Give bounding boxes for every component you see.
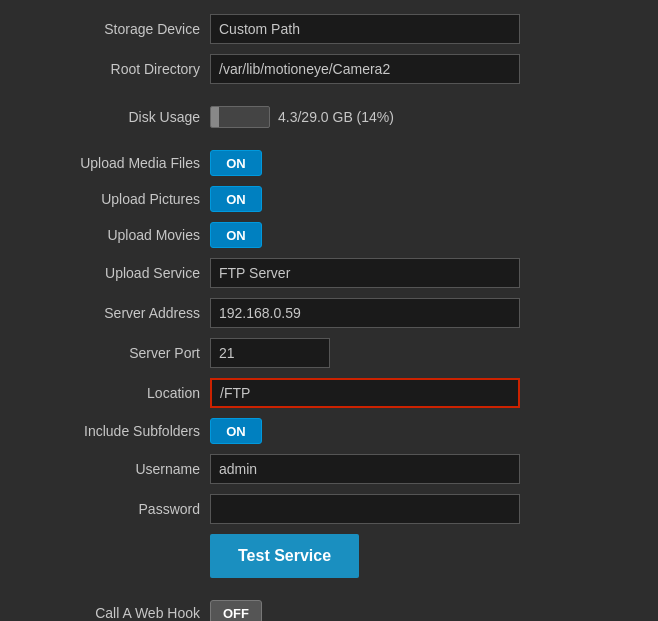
upload-pictures-label: Upload Pictures bbox=[10, 191, 210, 207]
upload-movies-toggle[interactable]: ON bbox=[210, 222, 262, 248]
test-service-button[interactable]: Test Service bbox=[210, 534, 359, 578]
password-input[interactable] bbox=[210, 494, 520, 524]
call-web-hook-toggle[interactable]: OFF bbox=[210, 600, 262, 621]
upload-movies-label: Upload Movies bbox=[10, 227, 210, 243]
disk-usage-container: 4.3/29.0 GB (14%) bbox=[210, 106, 394, 128]
location-input[interactable] bbox=[210, 378, 520, 408]
upload-pictures-row: Upload Pictures ON bbox=[0, 184, 658, 214]
call-web-hook-row: Call A Web Hook OFF bbox=[0, 598, 658, 621]
include-subfolders-label: Include Subfolders bbox=[10, 423, 210, 439]
username-row: Username bbox=[0, 452, 658, 486]
disk-bar-fill bbox=[211, 107, 219, 127]
upload-movies-row: Upload Movies ON bbox=[0, 220, 658, 250]
server-port-label: Server Port bbox=[10, 345, 210, 361]
username-label: Username bbox=[10, 461, 210, 477]
upload-movies-state: ON bbox=[226, 228, 246, 243]
location-label: Location bbox=[10, 385, 210, 401]
include-subfolders-state: ON bbox=[226, 424, 246, 439]
server-address-row: Server Address bbox=[0, 296, 658, 330]
username-input[interactable] bbox=[210, 454, 520, 484]
disk-usage-text: 4.3/29.0 GB (14%) bbox=[278, 109, 394, 125]
upload-pictures-state: ON bbox=[226, 192, 246, 207]
storage-device-label: Storage Device bbox=[10, 21, 210, 37]
upload-service-label: Upload Service bbox=[10, 265, 210, 281]
storage-device-row: Storage Device bbox=[0, 12, 658, 46]
test-service-row: Test Service bbox=[0, 532, 658, 580]
root-directory-label: Root Directory bbox=[10, 61, 210, 77]
server-port-input[interactable] bbox=[210, 338, 330, 368]
upload-pictures-toggle[interactable]: ON bbox=[210, 186, 262, 212]
upload-service-input[interactable] bbox=[210, 258, 520, 288]
server-address-input[interactable] bbox=[210, 298, 520, 328]
root-directory-row: Root Directory bbox=[0, 52, 658, 86]
upload-media-files-state: ON bbox=[226, 156, 246, 171]
storage-device-input[interactable] bbox=[210, 14, 520, 44]
upload-media-files-toggle[interactable]: ON bbox=[210, 150, 262, 176]
include-subfolders-toggle[interactable]: ON bbox=[210, 418, 262, 444]
disk-usage-row: Disk Usage 4.3/29.0 GB (14%) bbox=[0, 104, 658, 130]
server-port-row: Server Port bbox=[0, 336, 658, 370]
call-web-hook-label: Call A Web Hook bbox=[10, 605, 210, 621]
root-directory-input[interactable] bbox=[210, 54, 520, 84]
password-row: Password bbox=[0, 492, 658, 526]
disk-usage-label: Disk Usage bbox=[10, 109, 210, 125]
password-label: Password bbox=[10, 501, 210, 517]
call-web-hook-state: OFF bbox=[223, 606, 249, 621]
upload-media-files-row: Upload Media Files ON bbox=[0, 148, 658, 178]
disk-bar-background bbox=[210, 106, 270, 128]
location-row: Location bbox=[0, 376, 658, 410]
upload-media-files-label: Upload Media Files bbox=[10, 155, 210, 171]
server-address-label: Server Address bbox=[10, 305, 210, 321]
upload-service-row: Upload Service bbox=[0, 256, 658, 290]
include-subfolders-row: Include Subfolders ON bbox=[0, 416, 658, 446]
